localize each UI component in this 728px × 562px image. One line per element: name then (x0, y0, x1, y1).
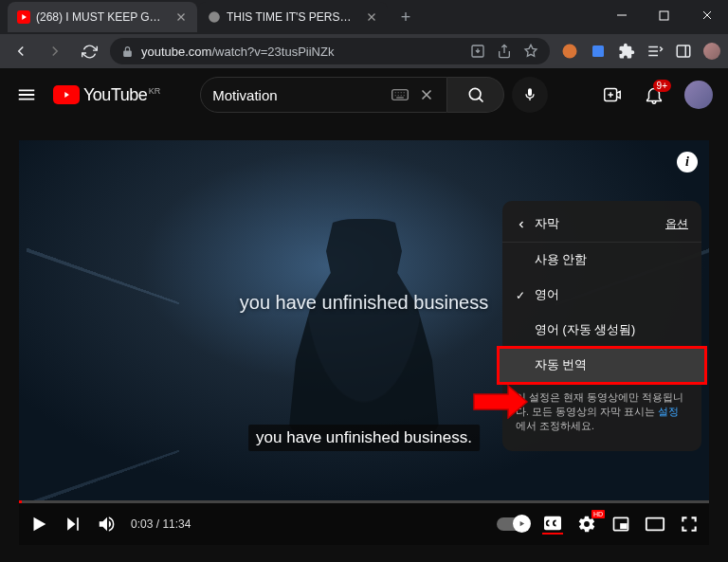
player-control-bar: 0:03 / 11:34 HD (19, 503, 709, 545)
profile-avatar-icon[interactable] (703, 43, 720, 60)
youtube-logo[interactable]: YouTube KR (53, 85, 147, 105)
quality-badge: HD (592, 510, 605, 518)
back-button[interactable] (8, 38, 34, 64)
hamburger-menu-button[interactable] (15, 83, 38, 106)
volume-button[interactable] (97, 514, 118, 535)
header-actions: 9+ (601, 81, 713, 109)
clear-search-icon[interactable] (418, 86, 435, 103)
install-icon[interactable] (470, 44, 485, 59)
minimize-button[interactable] (600, 0, 643, 30)
time-display: 0:03 / 11:34 (131, 517, 191, 531)
scene-silhouette (288, 219, 440, 437)
address-bar-row: youtube.com/watch?v=23tusPiiNZk (0, 34, 728, 68)
share-icon[interactable] (497, 44, 512, 59)
svg-rect-12 (621, 524, 627, 528)
theater-mode-button[interactable] (645, 514, 665, 535)
forward-button[interactable] (42, 38, 68, 64)
menu-footer-note: 이 설정은 현재 동영상에만 적용됩니다. 모든 동영상의 자막 표시는 설정에… (502, 383, 701, 442)
menu-item-label: 영어 (535, 287, 559, 303)
svg-point-1 (209, 11, 220, 23)
menu-header: 자막 옵션 (502, 210, 701, 243)
extensions-area (561, 43, 720, 60)
svg-rect-5 (592, 45, 604, 57)
caption-option-auto-translate[interactable]: 자동 번역 (499, 348, 705, 383)
next-button[interactable] (63, 514, 83, 535)
tab-title: (268) I MUST KEEP GOING - Po (36, 10, 169, 24)
address-bar[interactable]: youtube.com/watch?v=23tusPiiNZk (110, 38, 550, 64)
maximize-button[interactable] (643, 0, 685, 30)
window-controls (600, 0, 728, 30)
video-player[interactable]: i you have unfinished business you have … (19, 140, 709, 500)
caption-option-off[interactable]: 사용 안함 (502, 243, 701, 278)
autoplay-knob (513, 515, 531, 533)
menu-item-label: 사용 안함 (535, 252, 587, 268)
chevron-left-icon[interactable] (516, 219, 527, 230)
menu-item-label: 영어 (자동 생성됨) (535, 322, 635, 338)
search-container: Motivation (200, 77, 548, 113)
voice-search-button[interactable] (512, 77, 548, 113)
scene-decoration (27, 248, 179, 500)
player-wrapper: i you have unfinished business you have … (0, 121, 728, 545)
menu-item-label: 자동 번역 (535, 357, 587, 373)
reading-list-icon[interactable] (646, 43, 664, 60)
extension-icon[interactable] (590, 43, 607, 60)
caption-option-english-auto[interactable]: 영어 (자동 생성됨) (502, 313, 701, 348)
youtube-header: YouTube KR Motivation 9+ (0, 68, 728, 121)
youtube-region-code: KR (149, 86, 161, 96)
info-icon[interactable]: i (677, 152, 698, 172)
miniplayer-button[interactable] (610, 514, 631, 535)
svg-rect-2 (660, 11, 668, 20)
video-caption-decorative: you have unfinished business (240, 292, 488, 314)
reload-button[interactable] (76, 38, 102, 64)
new-tab-button[interactable]: + (392, 4, 419, 30)
settings-button[interactable]: HD (576, 514, 597, 535)
svg-rect-7 (392, 90, 409, 100)
play-button[interactable] (28, 514, 49, 535)
account-avatar[interactable] (684, 81, 713, 109)
captions-settings-menu: 자막 옵션 사용 안함 영어 영어 (자동 생성됨) 자동 번역 이 설정은 현… (502, 201, 701, 451)
fullscreen-button[interactable] (679, 514, 700, 535)
captions-button[interactable] (542, 514, 563, 535)
close-icon[interactable] (365, 10, 378, 24)
search-input[interactable]: Motivation (200, 77, 447, 113)
browser-chrome: (268) I MUST KEEP GOING - Po THIS TIME I… (0, 0, 728, 68)
search-input-value: Motivation (212, 87, 277, 103)
settings-link[interactable]: 설정 (658, 406, 679, 417)
lock-icon (121, 45, 134, 58)
video-caption-subtitle: you have unfinished business. (248, 425, 480, 451)
youtube-favicon (17, 10, 30, 24)
menu-title: 자막 (535, 216, 559, 232)
youtube-play-icon (53, 85, 80, 104)
browser-tab[interactable]: (268) I MUST KEEP GOING - Po (8, 2, 197, 32)
tab-strip: (268) I MUST KEEP GOING - Po THIS TIME I… (0, 0, 728, 34)
extensions-button[interactable] (618, 43, 635, 60)
notification-badge: 9+ (653, 80, 671, 92)
menu-options-link[interactable]: 옵션 (665, 217, 688, 231)
youtube-logo-text: YouTube (83, 85, 147, 105)
page-favicon (208, 10, 221, 24)
svg-point-4 (563, 45, 577, 59)
video-title: I MUST KEEP GOING - Powerful Motivationa… (0, 545, 728, 562)
extension-icon[interactable] (561, 43, 578, 60)
tab-title: THIS TIME IT'S PERSONAL - Pow (227, 10, 359, 24)
url-text: youtube.com/watch?v=23tusPiiNZk (141, 45, 334, 59)
create-button[interactable] (601, 83, 624, 106)
notifications-button[interactable]: 9+ (643, 83, 665, 106)
bookmark-icon[interactable] (523, 44, 538, 59)
svg-point-8 (469, 88, 481, 100)
svg-rect-13 (646, 518, 664, 531)
browser-tab[interactable]: THIS TIME IT'S PERSONAL - Pow (198, 2, 388, 32)
side-panel-icon[interactable] (675, 43, 692, 60)
caption-option-english[interactable]: 영어 (502, 278, 701, 313)
close-icon[interactable] (174, 10, 188, 24)
svg-rect-6 (677, 45, 690, 57)
search-button[interactable] (447, 77, 504, 113)
close-window-button[interactable] (685, 0, 728, 30)
keyboard-icon[interactable] (391, 88, 409, 101)
autoplay-toggle[interactable] (497, 517, 529, 531)
